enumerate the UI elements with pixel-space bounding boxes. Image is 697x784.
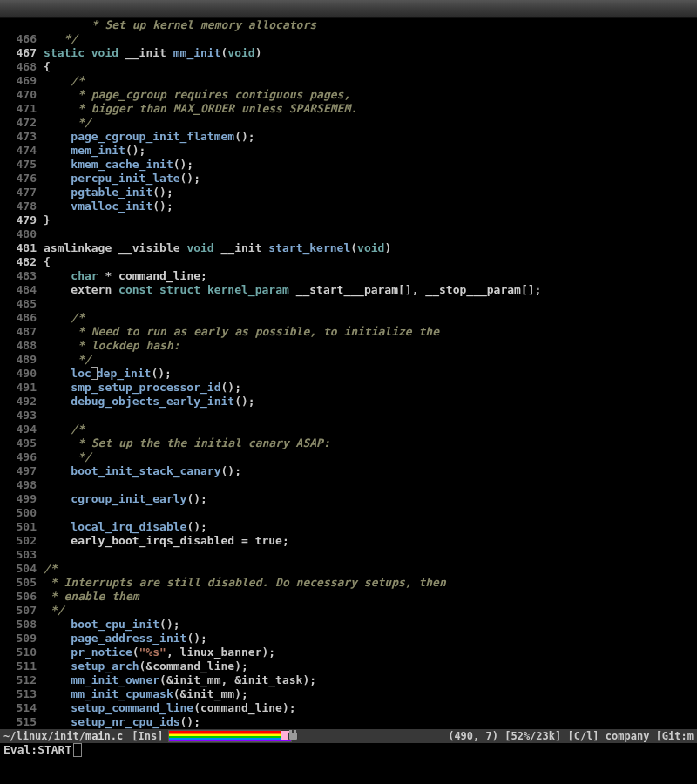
minibuffer-input[interactable]: START	[37, 743, 71, 757]
line-content[interactable]: smp_setup_processor_id();	[44, 381, 697, 395]
code-line[interactable]: 485	[0, 297, 697, 311]
code-line[interactable]: 515 setup_nr_cpu_ids();	[0, 715, 697, 729]
code-line[interactable]: 512 mm_init_owner(&init_mm, &init_task);	[0, 673, 697, 687]
line-content[interactable]: * enable them	[44, 590, 697, 604]
line-content[interactable]: local_irq_disable();	[44, 520, 697, 534]
code-line[interactable]: 468{	[0, 60, 697, 74]
line-content[interactable]: setup_command_line(command_line);	[44, 701, 697, 715]
code-line[interactable]: 509 page_address_init();	[0, 632, 697, 645]
line-content[interactable]: * Need to run as early as possible, to i…	[44, 325, 697, 339]
code-line[interactable]: 481asmlinkage __visible void __init star…	[0, 241, 697, 255]
code-line[interactable]: 510 pr_notice("%s", linux_banner);	[0, 645, 697, 659]
line-content[interactable]: mm_init_cpumask(&init_mm);	[44, 687, 697, 701]
code-line[interactable]: 490 locdep_init();	[0, 367, 697, 381]
line-content[interactable]	[44, 227, 697, 241]
code-line[interactable]: 508 boot_cpu_init();	[0, 618, 697, 632]
code-area[interactable]: * Set up kernel memory allocators466 */4…	[0, 18, 697, 757]
code-line[interactable]: 501 local_irq_disable();	[0, 520, 697, 534]
line-content[interactable]: /*	[44, 422, 697, 436]
code-line[interactable]: 506 * enable them	[0, 590, 697, 604]
window-titlebar[interactable]	[0, 0, 697, 18]
line-content[interactable]: * lockdep hash:	[44, 339, 697, 353]
code-line[interactable]: 487 * Need to run as early as possible, …	[0, 325, 697, 339]
line-content[interactable]: pgtable_init();	[44, 186, 697, 199]
code-line[interactable]: 496 */	[0, 450, 697, 464]
line-content[interactable]: /*	[44, 311, 697, 325]
code-line[interactable]: 480	[0, 227, 697, 241]
code-line[interactable]: 489 */	[0, 353, 697, 367]
code-line[interactable]: 466 */	[0, 32, 697, 46]
line-content[interactable]: */	[44, 116, 697, 130]
line-content[interactable]	[44, 548, 697, 562]
line-content[interactable]: extern const struct kernel_param __start…	[44, 283, 697, 297]
code-line[interactable]: 482{	[0, 255, 697, 269]
code-line[interactable]: 479}	[0, 213, 697, 227]
line-content[interactable]: vmalloc_init();	[44, 199, 697, 213]
code-line[interactable]: 483 char * command_line;	[0, 269, 697, 283]
line-content[interactable]: setup_nr_cpu_ids();	[44, 715, 697, 729]
line-content[interactable]: early_boot_irqs_disabled = true;	[44, 534, 697, 548]
code-line[interactable]: 504/*	[0, 562, 697, 576]
line-content[interactable]: page_address_init();	[44, 632, 697, 645]
code-line[interactable]: 484 extern const struct kernel_param __s…	[0, 283, 697, 297]
code-line[interactable]: 472 */	[0, 116, 697, 130]
code-line[interactable]: * Set up kernel memory allocators	[0, 18, 697, 32]
line-content[interactable]: setup_arch(&command_line);	[44, 659, 697, 673]
code-line[interactable]: 505 * Interrupts are still disabled. Do …	[0, 576, 697, 590]
code-line[interactable]: 478 vmalloc_init();	[0, 199, 697, 213]
code-line[interactable]: 469 /*	[0, 74, 697, 88]
line-content[interactable]: * bigger than MAX_ORDER unless SPARSEMEM…	[44, 102, 697, 116]
code-line[interactable]: 499 cgroup_init_early();	[0, 492, 697, 506]
line-content[interactable]: * Set up kernel memory allocators	[44, 18, 697, 32]
editor-viewport[interactable]: * Set up kernel memory allocators466 */4…	[0, 18, 697, 757]
code-line[interactable]: 470 * page_cgroup requires contiguous pa…	[0, 88, 697, 102]
code-line[interactable]: 493	[0, 409, 697, 422]
line-content[interactable]	[44, 478, 697, 492]
code-line[interactable]: 488 * lockdep hash:	[0, 339, 697, 353]
code-line[interactable]: 474 mem_init();	[0, 144, 697, 158]
line-content[interactable]: boot_cpu_init();	[44, 618, 697, 632]
line-content[interactable]: pr_notice("%s", linux_banner);	[44, 645, 697, 659]
code-line[interactable]: 497 boot_init_stack_canary();	[0, 464, 697, 478]
line-content[interactable]: /*	[44, 74, 697, 88]
line-content[interactable]: debug_objects_early_init();	[44, 395, 697, 409]
line-content[interactable]: {	[44, 255, 697, 269]
line-content[interactable]: mm_init_owner(&init_mm, &init_task);	[44, 673, 697, 687]
code-line[interactable]: 500	[0, 506, 697, 520]
code-line[interactable]: 494 /*	[0, 422, 697, 436]
code-line[interactable]: 502 early_boot_irqs_disabled = true;	[0, 534, 697, 548]
code-line[interactable]: 513 mm_init_cpumask(&init_mm);	[0, 687, 697, 701]
minibuffer[interactable]: Eval: START	[0, 743, 697, 757]
line-content[interactable]: static void __init mm_init(void)	[44, 46, 697, 60]
code-line[interactable]: 511 setup_arch(&command_line);	[0, 659, 697, 673]
line-content[interactable]: */	[44, 353, 697, 367]
line-content[interactable]: percpu_init_late();	[44, 172, 697, 186]
line-content[interactable]: */	[44, 604, 697, 618]
code-line[interactable]: 475 kmem_cache_init();	[0, 158, 697, 172]
line-content[interactable]: locdep_init();	[44, 367, 697, 381]
code-line[interactable]: 476 percpu_init_late();	[0, 172, 697, 186]
code-line[interactable]: 492 debug_objects_early_init();	[0, 395, 697, 409]
code-line[interactable]: 503	[0, 548, 697, 562]
line-content[interactable]: mem_init();	[44, 144, 697, 158]
code-line[interactable]: 514 setup_command_line(command_line);	[0, 701, 697, 715]
line-content[interactable]: {	[44, 60, 697, 74]
line-content[interactable]: boot_init_stack_canary();	[44, 464, 697, 478]
line-content[interactable]: char * command_line;	[44, 269, 697, 283]
code-line[interactable]: 471 * bigger than MAX_ORDER unless SPARS…	[0, 102, 697, 116]
code-line[interactable]: 486 /*	[0, 311, 697, 325]
line-content[interactable]: cgroup_init_early();	[44, 492, 697, 506]
code-line[interactable]: 498	[0, 478, 697, 492]
line-content[interactable]: kmem_cache_init();	[44, 158, 697, 172]
line-content[interactable]: * Set up the the initial canary ASAP:	[44, 436, 697, 450]
line-content[interactable]: * page_cgroup requires contiguous pages,	[44, 88, 697, 102]
code-line[interactable]: 473 page_cgroup_init_flatmem();	[0, 130, 697, 144]
line-content[interactable]	[44, 297, 697, 311]
code-line[interactable]: 477 pgtable_init();	[0, 186, 697, 199]
line-content[interactable]: }	[44, 213, 697, 227]
line-content[interactable]: */	[44, 32, 697, 46]
code-line[interactable]: 495 * Set up the the initial canary ASAP…	[0, 436, 697, 450]
code-line[interactable]: 491 smp_setup_processor_id();	[0, 381, 697, 395]
line-content[interactable]: /*	[44, 562, 697, 576]
line-content[interactable]	[44, 506, 697, 520]
